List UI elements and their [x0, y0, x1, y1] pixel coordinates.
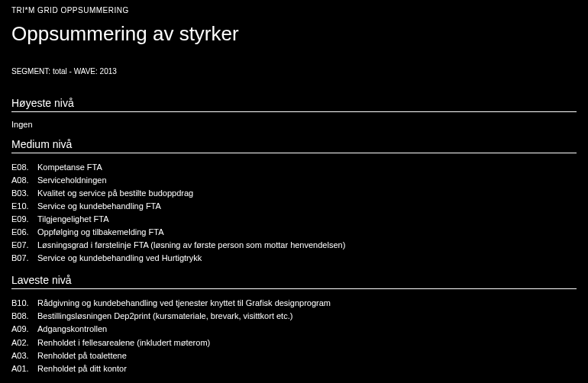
item-label: Service og kundebehandling FTA: [36, 200, 161, 213]
item-code: E06: [11, 226, 36, 239]
list-item: E10Service og kundebehandling FTA: [11, 200, 577, 213]
list-item: A02Renholdet i fellesarealene (inkludert…: [11, 336, 577, 349]
section-heading-medium: Medium nivå: [11, 138, 577, 153]
list-item: E07Løsningsgrad i førstelinje FTA (løsni…: [11, 239, 577, 252]
list-item: E09Tilgjengelighet FTA: [11, 213, 577, 226]
item-code: B07: [11, 252, 36, 265]
high-none-text: Ingen: [11, 120, 577, 129]
list-item: A03Renholdet på toalettene: [11, 349, 577, 362]
item-label: Serviceholdningen: [36, 174, 107, 187]
list-item: B08Bestillingsløsningen Dep2print (kursm…: [11, 310, 577, 323]
low-items-list: B10Rådgivning og kundebehandling ved tje…: [11, 297, 577, 375]
item-code: A02: [11, 336, 36, 349]
kicker-text: TRI*M GRID OPPSUMMERING: [11, 6, 577, 14]
item-label: Renholdet på toalettene: [36, 349, 127, 362]
item-label: Service og kundebehandling ved Hurtigtry…: [36, 252, 202, 265]
medium-items-list: E08Kompetanse FTAA08ServiceholdningenB03…: [11, 161, 577, 265]
item-label: Rådgivning og kundebehandling ved tjenes…: [36, 297, 331, 310]
section-heading-low: Laveste nivå: [11, 274, 577, 289]
item-code: A03: [11, 349, 36, 362]
list-item: B03Kvalitet og service på bestilte budop…: [11, 187, 577, 200]
item-code: E09: [11, 213, 36, 226]
item-code: E08: [11, 161, 36, 174]
item-code: E10: [11, 200, 36, 213]
item-label: Renholdet i fellesarealene (inkludert mø…: [36, 336, 210, 349]
list-item: A09Adgangskontrollen: [11, 323, 577, 336]
item-code: B08: [11, 310, 36, 323]
list-item: A01Renholdet på ditt kontor: [11, 362, 577, 375]
list-item: E08Kompetanse FTA: [11, 161, 577, 174]
list-item: B10Rådgivning og kundebehandling ved tje…: [11, 297, 577, 310]
item-label: Tilgjengelighet FTA: [36, 213, 109, 226]
item-label: Kvalitet og service på bestilte budoppdr…: [36, 187, 193, 200]
item-code: A01: [11, 362, 36, 375]
item-code: B10: [11, 297, 36, 310]
item-label: Oppfølging og tilbakemelding FTA: [36, 226, 164, 239]
item-code: A08: [11, 174, 36, 187]
item-code: E07: [11, 239, 36, 252]
item-code: B03: [11, 187, 36, 200]
list-item: B07Service og kundebehandling ved Hurtig…: [11, 252, 577, 265]
section-heading-high: Høyeste nivå: [11, 97, 577, 112]
item-label: Bestillingsløsningen Dep2print (kursmate…: [36, 310, 292, 323]
item-label: Adgangskontrollen: [36, 323, 107, 336]
item-code: A09: [11, 323, 36, 336]
item-label: Løsningsgrad i førstelinje FTA (løsning …: [36, 239, 345, 252]
list-item: E06Oppfølging og tilbakemelding FTA: [11, 226, 577, 239]
page-title: Oppsummering av styrker: [11, 22, 577, 46]
item-label: Kompetanse FTA: [36, 161, 102, 174]
segment-line: SEGMENT: total - WAVE: 2013: [11, 67, 577, 76]
list-item: A08Serviceholdningen: [11, 174, 577, 187]
item-label: Renholdet på ditt kontor: [36, 362, 127, 375]
